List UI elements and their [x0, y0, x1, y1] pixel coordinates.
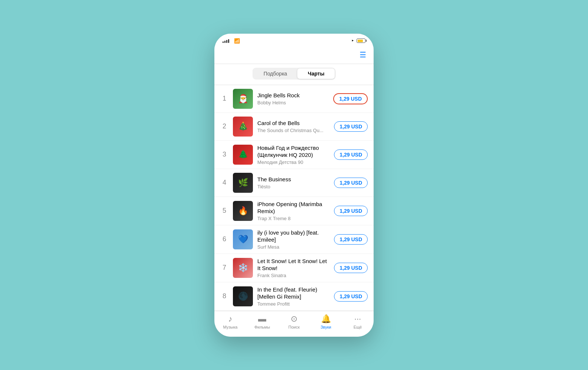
track-item[interactable]: 3 🌲 Новый Год и Рождество (Щелкунчик HQ … [214, 141, 374, 169]
track-title: iPhone Opening (Marimba Remix) [257, 201, 330, 215]
price-button[interactable]: 1,29 USD [334, 149, 368, 160]
track-item[interactable]: 7 ❄️ Let It Snow! Let It Snow! Let It Sn… [214, 254, 374, 282]
track-title: The Business [257, 176, 330, 183]
list-icon[interactable]: ☰ [355, 50, 366, 59]
location-icon: ‣ [351, 38, 354, 43]
nav-item-search[interactable]: ⊙ Поиск [283, 314, 305, 329]
track-info: Carol of the Bells The Sounds of Christm… [257, 120, 330, 133]
battery-icon [357, 38, 365, 43]
price-button[interactable]: 1,29 USD [334, 291, 368, 302]
track-title: Новый Год и Рождество (Щелкунчик HQ 2020… [257, 144, 330, 159]
track-number: 4 [220, 179, 228, 186]
nav-icon-movies: ▬ [258, 314, 266, 324]
status-right: ‣ [351, 38, 365, 43]
price-button[interactable]: 1,29 USD [334, 178, 368, 188]
track-artist: Tommee Profitt [257, 301, 330, 307]
nav-icon-sounds: 🔔 [321, 314, 331, 324]
app-header: ☰ [214, 47, 374, 64]
nav-item-sounds[interactable]: 🔔 Звуки [315, 314, 337, 329]
track-artist: The Sounds of Christmas Qu... [257, 128, 330, 133]
nav-item-movies[interactable]: ▬ Фильмы [251, 314, 273, 329]
price-button[interactable]: 1,29 USD [334, 263, 368, 273]
track-title: Let It Snow! Let It Snow! Let It Snow! [257, 258, 330, 272]
track-title: ily (i love you baby) [feat. Emilee] [257, 229, 330, 243]
track-artwork: 🌑 [233, 286, 253, 306]
track-info: In the End (feat. Fleurie) [Mellen Gi Re… [257, 286, 330, 307]
nav-label-music: Музыка [223, 325, 238, 329]
signal-bars [223, 38, 229, 43]
track-artwork: 🌲 [233, 145, 253, 165]
track-info: ily (i love you baby) [feat. Emilee] Sur… [257, 229, 330, 250]
track-info: The Business Tiësto [257, 176, 330, 189]
status-left: 📶 [223, 38, 240, 44]
track-artwork: 💙 [233, 229, 253, 249]
track-item[interactable]: 2 🎄 Carol of the Bells The Sounds of Chr… [214, 113, 374, 141]
track-artist: Trap X Treme 8 [257, 216, 330, 221]
nav-label-more: Ещё [354, 325, 362, 329]
track-info: iPhone Opening (Marimba Remix) Trap X Tr… [257, 201, 330, 221]
wifi-icon: 📶 [234, 38, 240, 44]
track-item[interactable]: 4 🌿 The Business Tiësto 1,29 USD [214, 169, 374, 197]
track-artist: Tiësto [257, 184, 330, 189]
track-info: Новый Год и Рождество (Щелкунчик HQ 2020… [257, 144, 330, 165]
track-artwork: 🔥 [233, 201, 253, 221]
track-number: 1 [220, 95, 228, 102]
track-list: 1 🎅 Jingle Bells Rock Bobby Helms 1,29 U… [214, 85, 374, 311]
nav-icon-search: ⊙ [291, 314, 297, 324]
price-button[interactable]: 1,29 USD [334, 121, 368, 132]
track-number: 8 [220, 292, 228, 300]
track-number: 6 [220, 235, 228, 243]
tabs-container: Подборка Чарты [214, 64, 374, 85]
track-item[interactable]: 1 🎅 Jingle Bells Rock Bobby Helms 1,29 U… [214, 85, 374, 113]
track-item[interactable]: 8 🌑 In the End (feat. Fleurie) [Mellen G… [214, 282, 374, 311]
track-artwork: 🎅 [233, 89, 253, 109]
track-item[interactable]: 5 🔥 iPhone Opening (Marimba Remix) Trap … [214, 197, 374, 225]
nav-label-movies: Фильмы [254, 325, 270, 329]
track-artist: Мелодия Детства 90 [257, 159, 330, 165]
track-number: 2 [220, 122, 228, 130]
nav-item-music[interactable]: ♪ Музыка [219, 314, 241, 329]
track-artist: Frank Sinatra [257, 273, 330, 278]
nav-icon-music: ♪ [228, 314, 233, 324]
nav-label-search: Поиск [288, 325, 300, 329]
track-artist: Surf Mesa [257, 244, 330, 250]
phone-frame: 📶 ‣ ☰ Подборка Чарты 1 🎅 Jingle Bells Ro… [214, 34, 374, 337]
bottom-nav: ♪ Музыка ▬ Фильмы ⊙ Поиск 🔔 Звуки ··· Ещ… [214, 311, 374, 337]
track-artwork: 🎄 [233, 117, 253, 137]
track-artist: Bobby Helms [257, 100, 329, 105]
track-info: Jingle Bells Rock Bobby Helms [257, 92, 329, 105]
track-info: Let It Snow! Let It Snow! Let It Snow! F… [257, 258, 330, 278]
track-item[interactable]: 6 💙 ily (i love you baby) [feat. Emilee]… [214, 225, 374, 254]
track-artwork: 🌿 [233, 173, 253, 193]
nav-icon-more: ··· [354, 314, 361, 324]
nav-item-more[interactable]: ··· Ещё [347, 314, 369, 329]
track-artwork: ❄️ [233, 258, 253, 278]
status-bar: 📶 ‣ [214, 34, 374, 47]
track-number: 7 [220, 264, 228, 272]
track-title: In the End (feat. Fleurie) [Mellen Gi Re… [257, 286, 330, 300]
tab-podborka[interactable]: Подборка [253, 68, 298, 79]
track-title: Carol of the Bells [257, 120, 330, 127]
tab-group: Подборка Чарты [253, 68, 335, 80]
tab-charts[interactable]: Чарты [297, 68, 335, 79]
track-title: Jingle Bells Rock [257, 92, 329, 99]
track-number: 5 [220, 207, 228, 215]
price-button[interactable]: 1,29 USD [334, 234, 368, 245]
track-number: 3 [220, 151, 228, 158]
price-button[interactable]: 1,29 USD [334, 206, 368, 216]
price-button[interactable]: 1,29 USD [333, 93, 368, 104]
nav-label-sounds: Звуки [321, 325, 331, 329]
